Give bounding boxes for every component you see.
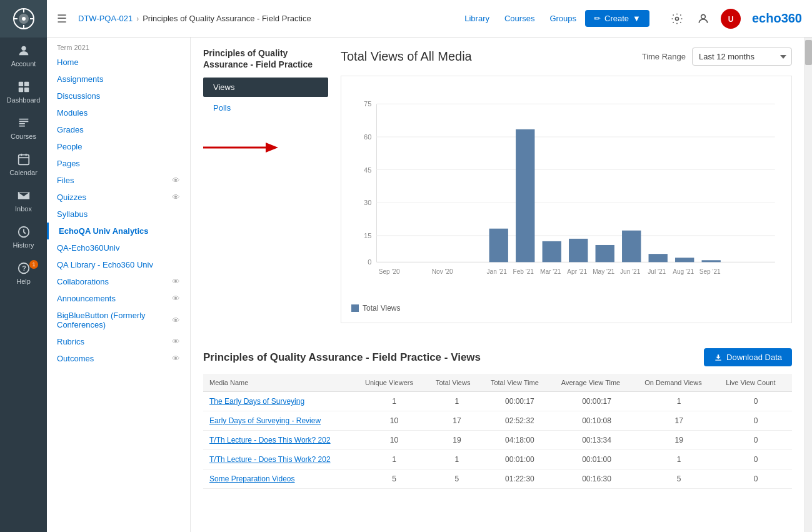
- svg-text:Nov '20: Nov '20: [432, 268, 453, 275]
- profile-icon[interactable]: [693, 9, 713, 29]
- sidebar-item-pages[interactable]: Pages: [47, 155, 190, 172]
- create-icon: ✏: [594, 14, 601, 23]
- polls-link[interactable]: Polls: [203, 98, 328, 118]
- sidebar-item-grades[interactable]: Grades: [47, 121, 190, 138]
- svg-rect-47: [675, 258, 694, 262]
- svg-text:Feb '21: Feb '21: [513, 268, 534, 275]
- sidebar-item-qa-echo360[interactable]: QA-Echo360Univ: [47, 239, 190, 256]
- sidebar-item-inbox[interactable]: Inbox: [0, 183, 47, 219]
- breadcrumb-id[interactable]: DTW-PQA-021: [78, 14, 133, 23]
- sidebar-item-collaborations[interactable]: Collaborations 👁: [47, 273, 190, 290]
- main-panel: Principles of Quality Assurance - Field …: [191, 38, 804, 532]
- sidebar-item-syllabus[interactable]: Syllabus: [47, 206, 190, 223]
- sidebar-item-outcomes[interactable]: Outcomes 👁: [47, 350, 190, 367]
- sidebar-item-home[interactable]: Home: [47, 54, 190, 71]
- outcomes-visibility-icon: 👁: [172, 354, 180, 363]
- svg-text:30: 30: [364, 199, 371, 206]
- main-container: ☰ DTW-PQA-021 › Principles of Quality As…: [47, 0, 812, 532]
- sidebar-item-calendar[interactable]: Calendar: [0, 146, 47, 183]
- total-views-cell: 5: [429, 469, 484, 489]
- calendar-label: Calendar: [9, 169, 38, 176]
- svg-rect-10: [18, 88, 23, 92]
- unique-viewers-cell: 5: [359, 469, 429, 489]
- table-row: The Early Days of Surveying 1 1 00:00:17…: [203, 392, 792, 411]
- views-button[interactable]: Views: [203, 78, 328, 97]
- on-demand-cell: 5: [638, 469, 719, 489]
- total-view-time-cell: 00:01:00: [484, 450, 555, 469]
- help-badge: 1: [29, 260, 38, 269]
- scrollbar-thumb[interactable]: [805, 40, 812, 65]
- right-arrow-icon: [203, 143, 278, 153]
- avg-view-time-cell: 00:01:00: [555, 450, 638, 469]
- total-views-cell: 17: [429, 411, 484, 431]
- svg-point-7: [21, 46, 26, 51]
- media-name-cell[interactable]: Early Days of Surveying - Review: [203, 411, 359, 431]
- svg-point-20: [701, 14, 706, 19]
- bigbluebutton-visibility-icon: 👁: [172, 316, 180, 325]
- inbox-label: Inbox: [15, 205, 32, 213]
- svg-text:45: 45: [364, 166, 371, 174]
- sidebar-item-help[interactable]: ? Help 1: [0, 255, 47, 291]
- table-row: Some Preparation Videos 5 5 01:22:30 00:…: [203, 469, 792, 489]
- svg-point-19: [675, 17, 678, 20]
- top-bar: ☰ DTW-PQA-021 › Principles of Quality As…: [47, 0, 812, 38]
- courses-label: Courses: [11, 133, 36, 140]
- course-title: Principles of Quality Assurance - Field …: [203, 48, 328, 70]
- sidebar-item-dashboard[interactable]: Dashboard: [0, 74, 47, 110]
- sidebar-item-qa-library[interactable]: QA Library - Echo360 Univ: [47, 256, 190, 273]
- svg-text:0: 0: [368, 258, 371, 266]
- nav-library[interactable]: Library: [458, 11, 496, 26]
- media-name-cell[interactable]: T/Th Lecture - Does This Work? 202: [203, 431, 359, 450]
- table-row: T/Th Lecture - Does This Work? 202 10 19…: [203, 431, 792, 450]
- help-label: Help: [16, 278, 31, 285]
- sidebar-item-quizzes[interactable]: Quizzes 👁: [47, 189, 190, 206]
- media-name-cell[interactable]: Some Preparation Videos: [203, 469, 359, 489]
- table-row: Early Days of Surveying - Review 10 17 0…: [203, 411, 792, 431]
- sidebar-item-assignments[interactable]: Assignments: [47, 71, 190, 88]
- sidebar-item-rubrics[interactable]: Rubrics 👁: [47, 333, 190, 350]
- chart-area: 75 60 45 30 15 0: [351, 86, 781, 299]
- left-column: Principles of Quality Assurance - Field …: [203, 48, 328, 338]
- media-name-cell[interactable]: The Early Days of Surveying: [203, 392, 359, 411]
- svg-text:Aug '21: Aug '21: [673, 268, 694, 275]
- icon-nav: Account Dashboard Courses Calendar Inbox…: [0, 0, 47, 532]
- sidebar-item-echoqa[interactable]: EchoQA Univ Analytics: [47, 223, 190, 239]
- sidebar-item-courses[interactable]: Courses: [0, 110, 47, 146]
- media-name-cell[interactable]: T/Th Lecture - Does This Work? 202: [203, 450, 359, 469]
- nav-courses[interactable]: Courses: [498, 11, 541, 26]
- create-button[interactable]: ✏ Create ▼: [585, 10, 649, 27]
- nav-groups[interactable]: Groups: [543, 11, 583, 26]
- top-nav: Library Courses Groups ✏ Create ▼: [458, 10, 649, 27]
- svg-text:Apr '21: Apr '21: [567, 268, 587, 275]
- time-range-select[interactable]: Last 12 months Last 6 months Last 3 mont…: [692, 48, 792, 66]
- svg-rect-11: [24, 88, 28, 92]
- breadcrumb-separator: ›: [136, 14, 139, 23]
- sidebar-item-discussions[interactable]: Discussions: [47, 88, 190, 104]
- sidebar-item-modules[interactable]: Modules: [47, 104, 190, 121]
- sidebar-item-bigbluebutton[interactable]: BigBlueButton (Formerly Conferences) 👁: [47, 307, 190, 333]
- col-on-demand: On Demand Views: [638, 374, 719, 392]
- avg-view-time-cell: 00:00:17: [555, 392, 638, 411]
- download-button[interactable]: Download Data: [704, 348, 792, 366]
- data-table: Media Name Unique Viewers Total Views To…: [203, 374, 792, 489]
- svg-rect-12: [18, 155, 29, 165]
- chart-title: Total Views of All Media: [341, 49, 472, 64]
- live-count-cell: 0: [719, 411, 792, 431]
- on-demand-cell: 19: [638, 431, 719, 450]
- hamburger-icon[interactable]: ☰: [57, 12, 67, 26]
- svg-rect-44: [596, 245, 614, 262]
- sidebar-item-files[interactable]: Files 👁: [47, 172, 190, 189]
- live-count-cell: 0: [719, 469, 792, 489]
- sidebar-item-announcements[interactable]: Announcements 👁: [47, 290, 190, 307]
- svg-point-2: [22, 17, 26, 21]
- download-icon: [714, 353, 723, 362]
- svg-rect-46: [649, 254, 668, 262]
- sidebar-item-account[interactable]: Account: [0, 38, 47, 74]
- chart-legend: Total Views: [351, 304, 781, 313]
- sidebar-item-people[interactable]: People: [47, 138, 190, 155]
- scrollbar[interactable]: [804, 38, 812, 532]
- sidebar-item-history[interactable]: History: [0, 219, 47, 255]
- svg-rect-43: [569, 239, 588, 262]
- settings-icon[interactable]: [667, 9, 687, 29]
- svg-text:Sep '20: Sep '20: [379, 268, 400, 275]
